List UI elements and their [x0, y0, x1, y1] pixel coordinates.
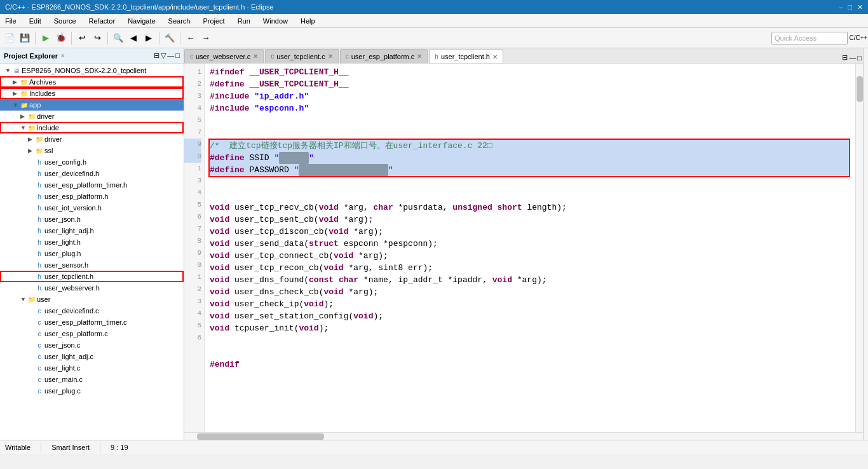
sidebar-file-esp-platform-timer[interactable]: h user_esp_platform_timer.h [0, 179, 184, 191]
perspective-btn[interactable]: C/C++ [851, 31, 865, 45]
include-label: include [37, 124, 184, 132]
save-button[interactable]: 💾 [18, 31, 32, 45]
toolbar-sep-5 [180, 32, 180, 44]
sidebar-item-ssl[interactable]: ▶ 📁 ssl [0, 145, 184, 156]
tab-icon: c [346, 53, 349, 60]
folder-icon: 📁 [27, 112, 37, 121]
tab-esp-platform-c[interactable]: c user_esp_platform.c ✕ [340, 49, 428, 63]
tab-close-btn[interactable]: ✕ [328, 53, 333, 60]
sidebar-file-devicefind-c[interactable]: c user_devicefind.c [0, 305, 184, 316]
sidebar-file-light-adj-c[interactable]: c user_light_adj.c [0, 351, 184, 362]
sidebar-file-light-adj[interactable]: h user_light_adj.h [0, 225, 184, 236]
debug-button[interactable]: 🐞 [54, 31, 68, 45]
tab-max-btn[interactable]: □ [857, 54, 862, 62]
minimize-button[interactable]: – [839, 3, 843, 11]
menu-refactor[interactable]: Refactor [86, 16, 118, 26]
tab-webserver[interactable]: c user_webserver.c ✕ [184, 49, 264, 63]
sidebar-file-webserver[interactable]: h user_webserver.h [0, 282, 184, 294]
sidebar-item-include[interactable]: ▼ 📁 include [0, 122, 184, 133]
sidebar-file-esp-platform-timer-c[interactable]: c user_esp_platform_timer.c [0, 316, 184, 328]
sidebar-file-esp-platform[interactable]: h user_esp_platform.h [0, 191, 184, 202]
sidebar-item-driver-top[interactable]: ▶ 📁 driver [0, 111, 184, 122]
code-line-21: void user_check_ip(void); [210, 298, 850, 310]
tab-close-btn[interactable]: ✕ [253, 53, 258, 60]
sidebar-file-light[interactable]: h user_light.h [0, 236, 184, 248]
sidebar-file-json-c[interactable]: c user_json.c [0, 339, 184, 351]
code-line-19: void user_dns_found(const char *name, ip… [210, 274, 850, 286]
folder-icon: 📁 [19, 100, 29, 109]
menu-edit[interactable]: Edit [27, 16, 44, 26]
tab-tcpclient-c[interactable]: c user_tcpclient.c ✕ [265, 49, 338, 63]
file-label: user_esp_platform.c [44, 330, 184, 337]
sidebar-file-iot-version[interactable]: h user_iot_version.h [0, 202, 184, 214]
horizontal-scrollbar[interactable] [184, 432, 863, 440]
tab-menu-btn[interactable]: ⊟ [842, 53, 848, 62]
menu-run[interactable]: Run [235, 16, 253, 26]
sidebar-file-main-c[interactable]: c user_main.c [0, 374, 184, 385]
menu-source[interactable]: Source [51, 16, 79, 26]
file-label: user_main.c [44, 376, 184, 383]
sidebar-file-light-c[interactable]: c user_light.c [0, 362, 184, 374]
sidebar-collapse-btn[interactable]: ⊟ [154, 51, 159, 60]
sidebar-file-tcpclient-h[interactable]: h user_tcpclient.h [0, 271, 184, 282]
code-content[interactable]: #ifndef __USER_TCPCLIENT_H__ #define __U… [205, 64, 855, 432]
sidebar-file-user-devicefind[interactable]: h user_devicefind.h [0, 168, 184, 179]
sidebar-file-esp-platform-c[interactable]: c user_esp_platform.c [0, 328, 184, 339]
search-btn[interactable]: 🔍 [111, 31, 125, 45]
nav-fwd[interactable]: → [199, 31, 213, 45]
maximize-button[interactable]: □ [848, 3, 852, 11]
sidebar-item-driver[interactable]: ▶ 📁 driver [0, 133, 184, 145]
editor-scrollbar[interactable] [855, 64, 863, 432]
sidebar-file-plug-c[interactable]: c user_plug.c [0, 385, 184, 397]
scrollbar-thumb[interactable] [857, 76, 863, 102]
toolbar: 📄 💾 ▶ 🐞 ↩ ↪ 🔍 ◀ ▶ 🔨 ← → Quick Access C/C… [0, 28, 868, 48]
code-editor[interactable]: 1 2 3 4 5 7 9 0 1 3 4 5 6 7 [184, 64, 863, 432]
close-button[interactable]: ✕ [857, 3, 863, 11]
writable-label: Writable [5, 444, 31, 451]
menu-project[interactable]: Project [200, 16, 227, 26]
arrow-icon: ▼ [20, 125, 27, 131]
tab-min-btn[interactable]: — [849, 54, 856, 62]
tab-close-btn[interactable]: ✕ [492, 53, 498, 60]
nav-back[interactable]: ← [184, 31, 198, 45]
sidebar-item-user[interactable]: ▼ 📁 user [0, 294, 184, 305]
h-scrollbar-thumb[interactable] [197, 433, 324, 440]
file-label: user_sensor.h [44, 261, 184, 269]
menu-search[interactable]: Search [166, 16, 193, 26]
run-button[interactable]: ▶ [39, 31, 53, 45]
sidebar-max-btn[interactable]: □ [175, 51, 180, 60]
menu-file[interactable]: File [3, 16, 19, 26]
sidebar-item-archives[interactable]: ▶ 📁 Archives [0, 76, 184, 88]
sidebar-file-json[interactable]: h user_json.h [0, 214, 184, 225]
sidebar-item-app[interactable]: ▼ 📁 app [0, 99, 184, 111]
build-button[interactable]: 🔨 [163, 31, 177, 45]
status-sep-1 [41, 443, 41, 452]
file-label: user_light_adj.c [44, 353, 184, 360]
sidebar-tree[interactable]: ▼ 🖥 ESP8266_NONOS_SDK-2.2.0_tcpclient ▶ … [0, 64, 184, 440]
undo-button[interactable]: ↩ [75, 31, 89, 45]
editor-area: c user_webserver.c ✕ c user_tcpclient.c … [184, 48, 863, 440]
prev-button[interactable]: ◀ [126, 31, 140, 45]
sidebar-file-plug[interactable]: h user_plug.h [0, 248, 184, 259]
menu-window[interactable]: Window [261, 16, 290, 26]
next-button[interactable]: ▶ [142, 31, 156, 45]
sidebar-min-btn[interactable]: — [167, 51, 174, 60]
new-button[interactable]: 📄 [3, 31, 17, 45]
sidebar-file-sensor[interactable]: h user_sensor.h [0, 259, 184, 271]
sidebar-file-user-config[interactable]: h user_config.h [0, 156, 184, 168]
tab-close-btn[interactable]: ✕ [417, 53, 422, 60]
arrow-icon: ▶ [13, 90, 19, 97]
file-icon: h [34, 272, 44, 281]
redo-button[interactable]: ↪ [90, 31, 104, 45]
arrow-icon: ▼ [13, 102, 19, 108]
sidebar-menu-btn[interactable]: ▽ [161, 51, 166, 60]
sidebar-item-includes[interactable]: ▶ 📁 Includes [0, 88, 184, 99]
tab-icon: c [190, 53, 193, 60]
quick-access-box[interactable]: Quick Access [771, 32, 848, 44]
tab-tcpclient-h[interactable]: h user_tcpclient.h ✕ [429, 50, 503, 64]
file-label: user_tcpclient.h [44, 273, 184, 280]
sidebar-item-project[interactable]: ▼ 🖥 ESP8266_NONOS_SDK-2.2.0_tcpclient [0, 65, 184, 76]
arrow-icon: ▶ [13, 79, 19, 85]
menu-navigate[interactable]: Navigate [125, 16, 158, 26]
menu-help[interactable]: Help [298, 16, 318, 26]
